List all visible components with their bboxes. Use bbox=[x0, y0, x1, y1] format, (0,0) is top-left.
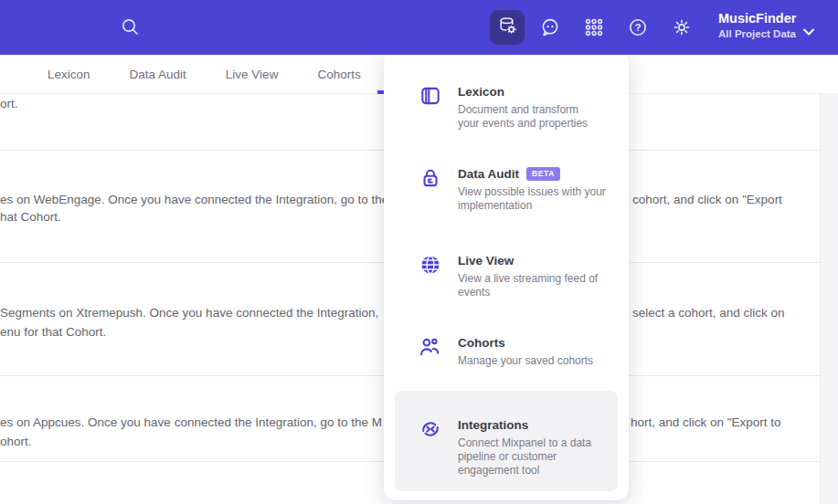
project-subtitle: All Project Data bbox=[718, 28, 796, 39]
menu-item-title: Integrations bbox=[458, 418, 528, 432]
project-switcher[interactable]: MusicFinder All Project Data bbox=[718, 11, 796, 39]
page-row-text: enu for that Cohort. bbox=[0, 325, 106, 339]
page-right-gutter bbox=[820, 91, 838, 504]
page-row-text: hat Cohort. bbox=[0, 210, 61, 224]
top-navigation-bar bbox=[0, 0, 838, 55]
menu-item-text: Lexicon Document and transform your even… bbox=[458, 83, 633, 131]
menu-item-integrations[interactable]: Integrations Connect Mixpanel to a data … bbox=[419, 416, 633, 478]
menu-item-text: Live View View a live streaming feed of … bbox=[458, 252, 633, 299]
data-management-dropdown-panel: Lexicon Document and transform your even… bbox=[384, 50, 629, 500]
page-row-text: ort. bbox=[0, 97, 18, 110]
integrations-sync-icon bbox=[419, 417, 442, 441]
menu-item-data-audit[interactable]: Data AuditBETA View possible issues with… bbox=[419, 165, 633, 213]
menu-item-lexicon[interactable]: Lexicon Document and transform your even… bbox=[419, 83, 633, 131]
chevron-down-icon[interactable] bbox=[802, 24, 815, 40]
menu-item-cohorts[interactable]: Cohorts Manage your saved cohorts bbox=[419, 334, 633, 368]
page-row-text: ohort. bbox=[0, 435, 32, 448]
tab-data-audit[interactable]: Data Audit bbox=[130, 68, 186, 81]
page-row-text: Segments on Xtremepush. Once you have co… bbox=[0, 306, 378, 320]
tab-lexicon[interactable]: Lexicon bbox=[48, 68, 90, 81]
cohorts-users-icon bbox=[419, 335, 442, 359]
apps-grid-button[interactable] bbox=[583, 16, 605, 38]
menu-item-title: Lexicon bbox=[458, 85, 504, 99]
menu-item-title: Cohorts bbox=[458, 336, 505, 350]
feedback-chat-button[interactable] bbox=[539, 16, 561, 38]
menu-item-text: Integrations Connect Mixpanel to a data … bbox=[458, 416, 633, 478]
lexicon-book-icon bbox=[419, 84, 442, 108]
page-row-text: cohort, and click on "Export bbox=[632, 193, 782, 206]
menu-item-description: View possible issues with your implement… bbox=[458, 185, 633, 213]
tab-live-view[interactable]: Live View bbox=[226, 68, 279, 81]
settings-gear-button[interactable] bbox=[671, 16, 693, 38]
page-row-text: select a cohort, and click on bbox=[632, 306, 785, 320]
project-name: MusicFinder bbox=[718, 11, 796, 26]
menu-item-live-view[interactable]: Live View View a live streaming feed of … bbox=[419, 252, 633, 299]
data-audit-lock-icon bbox=[419, 166, 442, 190]
tab-cohorts[interactable]: Cohorts bbox=[317, 68, 360, 81]
data-management-button[interactable] bbox=[490, 10, 525, 45]
svg-text:?: ? bbox=[635, 22, 642, 33]
menu-item-title: Data Audit bbox=[458, 167, 519, 181]
beta-badge: BETA bbox=[526, 167, 560, 181]
menu-item-description: Connect Mixpanel to a data pipeline or c… bbox=[458, 436, 633, 478]
database-gear-icon bbox=[496, 15, 518, 40]
page-row-text: es on Appcues. Once you have connected t… bbox=[0, 415, 382, 429]
menu-item-text: Data AuditBETA View possible issues with… bbox=[458, 165, 633, 213]
live-view-globe-icon bbox=[419, 253, 442, 277]
mixpanel-app-window: ort. es on WebEngage. Once you have conn… bbox=[0, 0, 838, 504]
page-row-text: es on WebEngage. Once you have connected… bbox=[0, 193, 388, 206]
menu-item-description: Document and transform your events and p… bbox=[458, 103, 633, 131]
menu-item-description: View a live streaming feed of events bbox=[458, 272, 633, 299]
menu-item-description: Manage your saved cohorts bbox=[458, 354, 633, 368]
help-button[interactable]: ? bbox=[627, 16, 649, 38]
menu-item-text: Cohorts Manage your saved cohorts bbox=[458, 334, 633, 368]
page-row-text: hort, and click on "Export to bbox=[631, 415, 781, 429]
menu-item-title: Live View bbox=[458, 254, 514, 268]
